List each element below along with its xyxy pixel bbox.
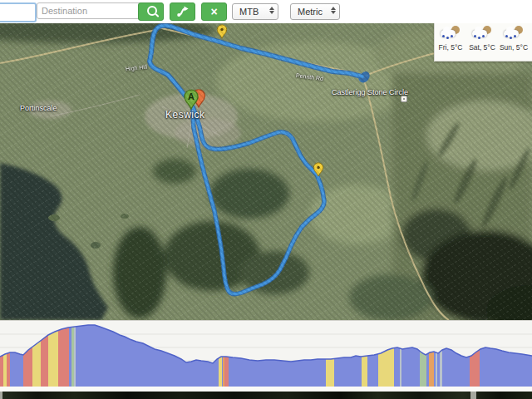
rain-sun-icon [441, 26, 461, 41]
weather-day: Fri, 5°C [435, 22, 466, 61]
map-label-village: Portinscale [20, 104, 57, 112]
weather-day-label: Sun, 5°C [500, 43, 528, 52]
route-icon [176, 5, 190, 18]
units-select[interactable]: Metric [290, 3, 340, 20]
elevation-profile-panel[interactable] [0, 320, 532, 387]
clear-route-button[interactable]: × [201, 2, 227, 21]
origin-input[interactable] [0, 2, 37, 22]
photo-strip[interactable] [0, 392, 532, 399]
photo-separator [0, 392, 2, 399]
route-type-select[interactable]: MTB [232, 3, 278, 20]
weather-forecast-panel: Fri, 5°C Sat, 5°C Sun, 5°C [434, 21, 532, 62]
map-canvas[interactable]: A Keswick Portinscale Castlerigg Stone C… [0, 23, 532, 320]
rain-sun-icon [472, 26, 492, 41]
weather-day: Sun, 5°C [498, 22, 530, 61]
route-type-value: MTB [239, 7, 259, 17]
select-spinner-icon [331, 7, 336, 14]
weather-day-label: Sat, 5°C [469, 43, 495, 52]
map-label-town: Keswick [165, 109, 205, 121]
route-options-button[interactable] [170, 2, 195, 21]
photo-separator [470, 392, 476, 399]
weather-day-label: Fri, 5°C [439, 43, 463, 52]
weather-day: Sat, 5°C [466, 22, 498, 61]
map-texture [0, 23, 532, 320]
elevation-chart[interactable] [0, 321, 532, 387]
map-label-poi: Castlerigg Stone Circle [332, 88, 408, 96]
close-icon: × [210, 6, 217, 17]
units-value: Metric [298, 7, 323, 17]
destination-input[interactable] [37, 2, 141, 19]
rain-sun-icon [504, 26, 524, 41]
stone-circle-icon [401, 96, 407, 102]
toolbar: × MTB Metric [0, 0, 532, 23]
select-spinner-icon [269, 7, 274, 14]
search-icon [147, 6, 157, 16]
search-button[interactable] [138, 2, 164, 21]
